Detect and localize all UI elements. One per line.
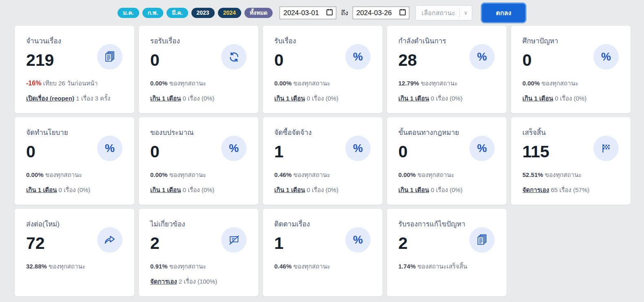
card-percent-line: 0.00% ของทุกสถานะ bbox=[522, 78, 619, 88]
status-select[interactable]: เลือกสถานะ ∨ bbox=[415, 5, 472, 20]
percent-icon: % bbox=[469, 44, 495, 69]
card-link-line: เกิน 1 เดือน 0 เรื่อง (0%) bbox=[26, 185, 123, 195]
date-range-to-label: ถึง bbox=[340, 8, 349, 18]
stat-card: จัดทำนโยบาย0%0.00% ของทุกสถานะเกิน 1 เดื… bbox=[15, 117, 134, 205]
percent-value: 0.00% bbox=[398, 171, 416, 178]
chevron-down-icon: ∨ bbox=[464, 10, 468, 16]
stat-card: ติดตามเรื่อง1%0.46% ของทุกสถานะ bbox=[263, 209, 382, 296]
percent-value: 32.88% bbox=[26, 263, 47, 270]
filter-chip[interactable]: ม.ค. bbox=[118, 8, 139, 18]
card-percent-line: 32.88% ของทุกสถานะ bbox=[26, 262, 123, 271]
percent-suffix: ของทุกสถานะ bbox=[417, 171, 455, 178]
status-select-placeholder: เลือกสถานะ bbox=[422, 8, 455, 18]
stat-card: ขั้นตอนทางกฎหมาย0%0.00% ของทุกสถานะเกิน … bbox=[387, 117, 506, 205]
card-link[interactable]: เกิน 1 เดือน bbox=[398, 95, 429, 102]
calendar-icon[interactable] bbox=[399, 8, 406, 18]
card-link[interactable]: จัดการเอง bbox=[522, 186, 549, 193]
stat-cards-grid: จำนวนเรื่อง219-16% เทียบ 26 วันก่อนหน้าเ… bbox=[0, 26, 644, 302]
card-link-suffix: 0 เรื่อง (0%) bbox=[182, 95, 214, 102]
card-link-suffix: 0 เรื่อง (0%) bbox=[555, 95, 586, 102]
card-link[interactable]: จัดการเอง bbox=[150, 278, 177, 285]
card-percent-line: 52.51% ของทุกสถานะ bbox=[522, 170, 619, 180]
card-link[interactable]: เกิน 1 เดือน bbox=[26, 186, 57, 193]
card-link[interactable]: เปิดเรื่อง (reopen) bbox=[26, 95, 74, 102]
percent-suffix: ของทุกสถานะ bbox=[542, 80, 579, 87]
message-slash-icon bbox=[221, 227, 246, 253]
percent-suffix: ของทุกสถานะ bbox=[293, 171, 331, 178]
card-percent-line: 0.00% ของทุกสถานะ bbox=[274, 78, 371, 88]
percent-suffix: ของทุกสถานะ bbox=[293, 263, 331, 270]
flag-icon bbox=[593, 136, 619, 161]
stat-card: รอรับเรื่อง00.00% ของทุกสถานะเกิน 1 เดือ… bbox=[139, 26, 258, 113]
card-percent-line: 12.79% ของทุกสถานะ bbox=[398, 78, 495, 88]
percent-value: 12.79% bbox=[398, 80, 419, 87]
filter-chip[interactable]: ทั้งหมด bbox=[244, 8, 273, 18]
date-from-input[interactable] bbox=[283, 9, 324, 17]
percent-suffix: ของทุกสถานะ bbox=[293, 80, 331, 87]
card-percent-line: 0.46% ของทุกสถานะ bbox=[274, 170, 371, 180]
submit-button[interactable]: ตกลง bbox=[481, 2, 526, 23]
filter-chips: ม.ค.ก.พ.มี.ค.20232024ทั้งหมด bbox=[118, 8, 273, 18]
card-link[interactable]: เกิน 1 เดือน bbox=[398, 186, 429, 193]
stat-card: กำลังดำเนินการ28%12.79% ของทุกสถานะเกิน … bbox=[387, 26, 506, 113]
card-link[interactable]: เกิน 1 เดือน bbox=[150, 95, 181, 102]
stat-card: รับเรื่อง0%0.00% ของทุกสถานะเกิน 1 เดือน… bbox=[263, 26, 382, 113]
percent-suffix: ของทุกสถานะ bbox=[49, 263, 86, 270]
card-link-line: เกิน 1 เดือน 0 เรื่อง (0%) bbox=[274, 185, 371, 195]
card-link-suffix: 0 เรื่อง (0%) bbox=[182, 186, 214, 193]
date-from-field[interactable] bbox=[280, 7, 336, 19]
percent-value: 0.00% bbox=[274, 80, 292, 87]
card-link[interactable]: เกิน 1 เดือน bbox=[274, 186, 305, 193]
percent-suffix: ของทุกสถานะ bbox=[169, 171, 207, 178]
card-link[interactable]: เกิน 1 เดือน bbox=[274, 95, 305, 102]
card-link-suffix: 0 เรื่อง (0%) bbox=[431, 186, 462, 193]
percent-suffix: ของทุกสถานะ bbox=[45, 171, 82, 178]
date-to-field[interactable] bbox=[353, 7, 409, 19]
calendar-icon[interactable] bbox=[326, 8, 333, 18]
card-link-line: เกิน 1 เดือน 0 เรื่อง (0%) bbox=[150, 94, 247, 103]
documents-icon bbox=[469, 227, 495, 253]
card-percent-line: 0.91% ของทุกสถานะ bbox=[150, 262, 247, 271]
percent-value: 0.46% bbox=[274, 263, 292, 270]
filter-toolbar: ม.ค.ก.พ.มี.ค.20232024ทั้งหมด ถึง เลือกสถ… bbox=[0, 0, 644, 26]
card-link[interactable]: เกิน 1 เดือน bbox=[522, 95, 553, 102]
percent-icon: % bbox=[221, 136, 246, 161]
card-delta-line: -16% เทียบ 26 วันก่อนหน้า bbox=[26, 78, 123, 88]
documents-icon bbox=[97, 44, 122, 69]
percent-value: 0.00% bbox=[150, 171, 168, 178]
card-percent-line: 0.00% ของทุกสถานะ bbox=[26, 170, 123, 180]
filter-chip[interactable]: 2023 bbox=[191, 8, 215, 18]
card-percent-line: 0.00% ของทุกสถานะ bbox=[150, 170, 247, 180]
card-link-line: จัดการเอง 2 เรื่อง (100%) bbox=[150, 277, 247, 286]
card-link-line: เกิน 1 เดือน 0 เรื่อง (0%) bbox=[274, 94, 371, 103]
card-link-line: เกิน 1 เดือน 0 เรื่อง (0%) bbox=[150, 185, 247, 195]
refresh-icon bbox=[221, 44, 246, 69]
delta-value: -16% bbox=[26, 80, 41, 87]
percent-value: 1.74% bbox=[398, 263, 416, 270]
stat-card: จำนวนเรื่อง219-16% เทียบ 26 วันก่อนหน้าเ… bbox=[15, 26, 134, 113]
card-link-suffix: 0 เรื่อง (0%) bbox=[431, 95, 462, 102]
percent-suffix: ของทุกสถานะ bbox=[169, 263, 207, 270]
stat-card: รับรองการแก้ไขปัญหา21.74% ของสถานะเสร็จส… bbox=[387, 209, 506, 296]
card-percent-line: 0.00% ของทุกสถานะ bbox=[150, 78, 247, 88]
percent-value: 0.00% bbox=[26, 171, 44, 178]
filter-chip[interactable]: ก.พ. bbox=[142, 8, 163, 18]
card-link-suffix: 0 เรื่อง (0%) bbox=[306, 95, 338, 102]
filter-chip[interactable]: มี.ค. bbox=[167, 8, 188, 18]
date-to-input[interactable] bbox=[356, 9, 397, 17]
select-divider bbox=[460, 9, 460, 17]
percent-suffix: ของทุกสถานะ bbox=[169, 80, 207, 87]
card-link-line: เกิน 1 เดือน 0 เรื่อง (0%) bbox=[398, 94, 495, 103]
filter-chip[interactable]: 2024 bbox=[218, 8, 241, 18]
card-percent-line: 1.74% ของสถานะเสร็จสิ้น bbox=[398, 262, 495, 271]
stat-card: จัดซื้อจัดจ้าง1%0.46% ของทุกสถานะเกิน 1 … bbox=[263, 117, 382, 205]
delta-suffix: เทียบ 26 วันก่อนหน้า bbox=[43, 80, 98, 87]
card-link[interactable]: เกิน 1 เดือน bbox=[150, 186, 181, 193]
card-link-line: เกิน 1 เดือน 0 เรื่อง (0%) bbox=[398, 185, 495, 195]
percent-value: 52.51% bbox=[522, 171, 543, 178]
percent-value: 0.91% bbox=[150, 263, 168, 270]
percent-suffix: ของสถานะเสร็จสิ้น bbox=[417, 263, 467, 270]
percent-value: 0.46% bbox=[274, 171, 292, 178]
stat-card: เสร็จสิ้น11552.51% ของทุกสถานะจัดการเอง … bbox=[511, 117, 631, 205]
percent-suffix: ของทุกสถานะ bbox=[545, 171, 582, 178]
